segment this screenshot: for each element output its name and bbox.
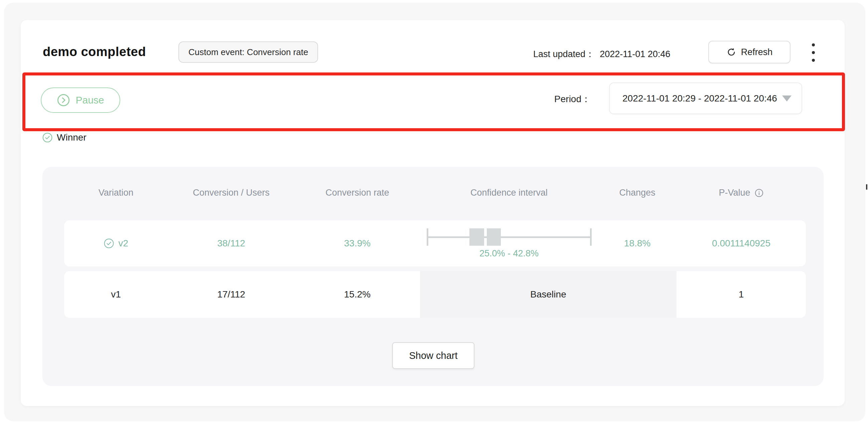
experiment-card: demo completed Custom event: Conversion … — [21, 20, 845, 406]
column-header-confidence-interval: Confidence interval — [420, 188, 598, 198]
boxplot-box-right — [487, 228, 501, 246]
conversion-rate-value: 33.9% — [295, 238, 420, 249]
column-header-variation: Variation — [64, 188, 168, 198]
kebab-dot — [812, 51, 815, 54]
event-badge: Custom event: Conversion rate — [178, 41, 318, 63]
refresh-icon — [726, 47, 736, 57]
kebab-dot — [812, 59, 815, 62]
boxplot-box-left — [469, 228, 484, 246]
last-updated: Last updated： 2022-11-01 20:46 — [533, 48, 670, 60]
winner-legend: Winner — [42, 132, 87, 143]
boxplot-whisker-line — [427, 236, 592, 238]
results-table: Variation Conversion / Users Conversion … — [42, 167, 824, 386]
variation-name: v2 — [118, 238, 128, 249]
confidence-interval-range: 25.0% - 42.8% — [479, 249, 538, 259]
conversion-users-value: 38/112 — [168, 238, 295, 249]
winner-check-icon — [42, 132, 53, 143]
show-chart-button-label: Show chart — [409, 350, 457, 361]
info-icon[interactable] — [754, 188, 764, 198]
column-header-conversion-users: Conversion / Users — [168, 188, 295, 198]
period-dropdown-value: 2022-11-01 20:29 - 2022-11-01 20:46 — [622, 93, 777, 104]
changes-value: 18.8% — [598, 238, 677, 249]
last-updated-label: Last updated： — [533, 48, 594, 60]
event-badge-label: Custom event: Conversion rate — [188, 47, 308, 58]
period-label: Period： — [522, 93, 591, 105]
conversion-rate-value: 15.2% — [295, 289, 420, 300]
table-header-row: Variation Conversion / Users Conversion … — [64, 188, 806, 198]
confidence-interval-cell: 25.0% - 42.8% — [420, 228, 598, 259]
column-header-conversion-rate: Conversion rate — [295, 188, 420, 198]
baseline-cell: Baseline — [420, 271, 677, 318]
period-dropdown[interactable]: 2022-11-01 20:29 - 2022-11-01 20:46 — [609, 83, 802, 114]
refresh-button-label: Refresh — [741, 47, 773, 58]
confidence-interval-boxplot — [427, 228, 592, 246]
column-header-changes: Changes — [598, 188, 677, 198]
variation-name: v1 — [64, 289, 168, 300]
boxplot-right-cap — [590, 228, 592, 246]
last-updated-value: 2022-11-01 20:46 — [600, 49, 670, 59]
row-v1-left-segment: v1 17/112 15.2% — [64, 271, 420, 318]
table-row-v2: v2 38/112 33.9% 25.0% - 42.8% 18.8% 0.00… — [64, 220, 806, 266]
refresh-button[interactable]: Refresh — [708, 41, 790, 63]
pause-circle-chevron-icon — [57, 94, 70, 107]
winner-label: Winner — [57, 132, 87, 143]
p-value-value: 1 — [677, 271, 806, 318]
pause-button[interactable]: Pause — [41, 88, 120, 113]
table-row-v1: v1 17/112 15.2% Baseline 1 — [64, 271, 806, 318]
column-header-p-value: P-Value — [677, 188, 806, 198]
more-options-button[interactable] — [804, 39, 823, 65]
screen-edge-artifact — [866, 184, 867, 190]
conversion-users-value: 17/112 — [168, 289, 295, 300]
p-value-label: P-Value — [719, 188, 750, 198]
page-title: demo completed — [43, 45, 146, 59]
variation-cell-v2: v2 — [64, 238, 168, 249]
boxplot-left-cap — [427, 228, 428, 246]
pause-button-label: Pause — [75, 95, 104, 106]
chevron-down-icon — [782, 96, 792, 101]
show-chart-button[interactable]: Show chart — [392, 342, 474, 369]
p-value-value: 0.0011140925 — [677, 238, 806, 249]
winner-check-icon — [103, 238, 114, 249]
kebab-dot — [812, 43, 815, 46]
